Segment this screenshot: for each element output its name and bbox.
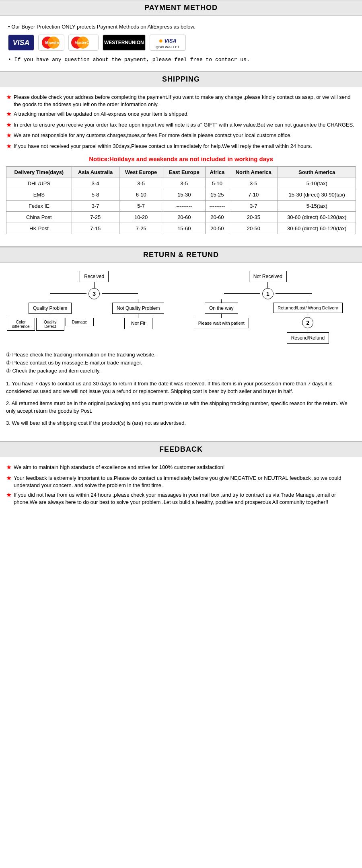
feedback-bullet-3: ★ If you did not hear from us within 24 … — [6, 491, 356, 506]
mastercard-icon: MasterCard — [68, 35, 99, 51]
return-rule-2: 2. All returned items must be in the ori… — [6, 399, 356, 415]
shipping-header: SHIPPING — [0, 72, 362, 87]
v-line — [94, 282, 95, 288]
star-icon: ★ — [6, 142, 12, 151]
payment-protection-note: • Our Buyer Protection ONLY protects Pay… — [8, 24, 354, 30]
flowchart-container: Received 3 — [6, 267, 356, 348]
not-received-box: Not Received — [249, 271, 287, 282]
on-the-way-box: On the way — [205, 303, 238, 314]
flowchart-right: Not Received 1 — [188, 271, 348, 344]
payment-question: • If you have any question about the pay… — [8, 57, 354, 63]
table-row: Fedex IE 3-7 5-7 --------- --------- 3-7… — [6, 200, 356, 211]
carrier-cell: DHL/UPS — [6, 178, 72, 189]
not-fit-box: Not Fit — [124, 318, 152, 329]
col-header-north: North America — [229, 166, 278, 178]
col-header-east: East Europe — [163, 166, 205, 178]
star-icon: ★ — [6, 131, 12, 140]
table-row: DHL/UPS 3-4 3-5 3-5 5-10 3-5 5-10(tax) — [6, 178, 356, 189]
flow-split-row: 3 — [14, 288, 174, 299]
col-header-west: West Europe — [119, 166, 163, 178]
feedback-bullet-1: ★ We aim to maintain high standards of e… — [6, 464, 356, 472]
resend-refund-box: Resend/Refund — [287, 332, 329, 344]
step-note-1: ① Please check the tracking information … — [6, 352, 356, 358]
quality-defect-box: Quality Defect — [36, 318, 64, 331]
please-wait-box: Please wait with patient — [194, 318, 249, 328]
col-header-asia: Asia Australia — [72, 166, 119, 178]
color-difference-box: Color difference — [7, 318, 35, 331]
shipping-bullet-1: ★ Please double check your address befor… — [6, 94, 356, 108]
not-quality-problem-box: Not Quality Problem — [112, 303, 164, 314]
circle-1: 1 — [262, 288, 274, 299]
carrier-cell: China Post — [6, 211, 72, 223]
returned-lost-box: Returned/Lost/ Wrong Delivery — [273, 303, 342, 313]
star-icon: ★ — [6, 474, 12, 489]
quality-problem-box: Quality Problem — [29, 303, 72, 314]
feedback-header: FEEDBACK — [0, 442, 362, 457]
return-rules: 1. You have 7 days to contact us and 30 … — [6, 380, 356, 427]
payment-header: PAYMENT METHOD — [0, 0, 362, 16]
shipping-bullet-5: ★ If you have not received your parcel w… — [6, 143, 356, 151]
carrier-cell: Fedex IE — [6, 200, 72, 211]
payment-icons-row: VISA Maestro MasterCard WESTERN UNION — [8, 35, 354, 51]
shipping-section: SHIPPING ★ Please double check your addr… — [0, 72, 362, 246]
return-rule-3: 3. We will bear all the shipping cost if… — [6, 419, 356, 427]
step-notes: ① Please check the tracking information … — [6, 352, 356, 374]
feedback-section: FEEDBACK ★ We aim to maintain high stand… — [0, 442, 362, 516]
table-row: China Post 7-25 10-20 20-60 20-60 20-35 … — [6, 211, 356, 223]
shipping-bullet-2: ★ A tracking number will be updated on A… — [6, 111, 356, 119]
visa-icon: VISA — [8, 35, 34, 51]
feedback-bullet-2: ★ Your feedback is extremely important t… — [6, 475, 356, 489]
shipping-bullet-3: ★ In order to ensure you receive your or… — [6, 121, 356, 129]
step-note-2: ② Please contact us by massage,E-mail,or… — [6, 360, 356, 366]
sub-branch-row: Color difference Quality Defect Dama — [7, 318, 94, 331]
carrier-cell: EMS — [6, 189, 72, 200]
shipping-table: Delivery Time(days) Asia Australia West … — [6, 166, 356, 234]
qiwi-wallet-icon: ● VISA QIWI WALLET — [150, 35, 186, 51]
step-note-3: ③ Check the package and item carefully. — [6, 368, 356, 374]
maestro-icon: Maestro — [38, 35, 64, 51]
col-header-africa: Africa — [205, 166, 229, 178]
shipping-bullet-4: ★ We are not responsible for any customs… — [6, 132, 356, 140]
table-row: EMS 5-8 6-10 15-30 15-25 7-10 15-30 (dir… — [6, 189, 356, 200]
star-icon: ★ — [6, 121, 12, 129]
western-union-icon: WESTERN UNION — [103, 35, 146, 51]
flowchart-left: Received 3 — [14, 271, 174, 344]
carrier-cell: HK Post — [6, 223, 72, 234]
star-icon: ★ — [6, 463, 12, 472]
received-box: Received — [80, 271, 109, 282]
star-icon: ★ — [6, 93, 12, 108]
star-icon: ★ — [6, 110, 12, 119]
col-header-south: South America — [278, 166, 356, 178]
return-section: RETURN & RETUND Received — [0, 247, 362, 441]
return-rule-1: 1. You have 7 days to contact us and 30 … — [6, 380, 356, 395]
shipping-notice: Notice:Hoildays and weekends are not inc… — [6, 156, 356, 162]
payment-section: PAYMENT METHOD • Our Buyer Protection ON… — [0, 0, 362, 71]
branch-row: Quality Problem Color difference — [14, 299, 174, 331]
col-header-delivery: Delivery Time(days) — [6, 166, 72, 178]
damage-box: Damage — [66, 318, 94, 326]
right-branch-row: On the way Please wait with patient Retu… — [188, 299, 348, 344]
circle-3: 3 — [88, 288, 100, 299]
table-row: HK Post 7-15 7-25 15-60 20-50 20-50 30-6… — [6, 223, 356, 234]
circle-2: 2 — [302, 317, 313, 328]
bullet-dot: • — [8, 24, 10, 30]
return-header: RETURN & RETUND — [0, 247, 362, 263]
star-icon: ★ — [6, 491, 12, 506]
